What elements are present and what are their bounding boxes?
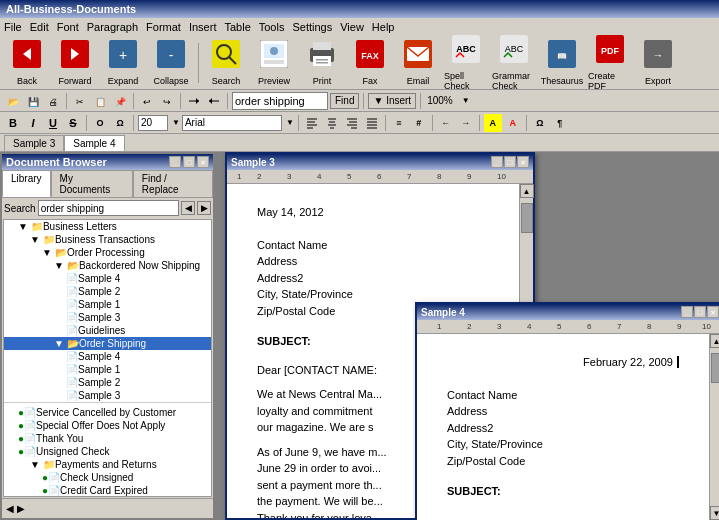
browser-minimize[interactable]: _ [169,156,181,168]
menu-file[interactable]: File [4,21,22,33]
tree-thank-you[interactable]: ● 📄 Thank You [4,432,211,445]
browser-tab-mydocs[interactable]: My Documents [51,170,133,197]
strikethrough-button[interactable]: S [64,114,82,132]
tree-service-cancelled[interactable]: ● 📄 Service Cancelled by Customer [4,406,211,419]
align-right-button[interactable] [343,114,361,132]
export-button[interactable]: → Export [635,39,681,87]
find-button[interactable]: Find [330,93,359,109]
tb2-btn-3[interactable]: 🖨 [44,92,62,110]
menu-insert[interactable]: Insert [189,21,217,33]
special-char-button[interactable]: Ω [531,114,549,132]
tb2-btn-6[interactable]: 📌 [111,92,129,110]
tree-back-s3[interactable]: 📄 Sample 3 [4,311,211,324]
sample4-close[interactable]: × [707,306,719,318]
tree-special-offer[interactable]: ● 📄 Special Offer Does Not Apply [4,419,211,432]
browser-tab-library[interactable]: Library [2,170,51,197]
s4-scroll-down[interactable]: ▼ [710,506,720,520]
browser-maximize[interactable]: □ [183,156,195,168]
tree-payments-returns[interactable]: ▼ 📁 Payments and Returns [4,458,211,471]
sample4-minimize[interactable]: _ [681,306,693,318]
search-button[interactable]: Search [203,39,249,87]
bullet-list-button[interactable]: ≡ [390,114,408,132]
menu-view[interactable]: View [340,21,364,33]
tree-back-s2[interactable]: 📄 Sample 2 [4,285,211,298]
print-button[interactable]: Print [299,39,345,87]
sample3-close[interactable]: × [517,156,529,168]
menu-paragraph[interactable]: Paragraph [87,21,138,33]
fax-button[interactable]: FAX Fax [347,39,393,87]
menu-help[interactable]: Help [372,21,395,33]
tree-back-s4[interactable]: 📄 Sample 4 [4,272,211,285]
pilcrow-button[interactable]: ¶ [551,114,569,132]
tab-sample3[interactable]: Sample 3 [4,135,64,151]
s4-scroll-track[interactable] [710,348,719,506]
tree-back-s1[interactable]: 📄 Sample 1 [4,298,211,311]
tb2-btn-7[interactable]: ↩ [138,92,156,110]
tree-os-s4[interactable]: 📄 Sample 4 [4,350,211,363]
tree-back-guidelines[interactable]: 📄 Guidelines [4,324,211,337]
scroll-up[interactable]: ▲ [520,184,534,198]
font-size-dropdown[interactable]: ▼ [172,118,180,127]
search-input[interactable] [235,95,325,107]
tb2-btn-2[interactable]: 💾 [24,92,42,110]
underline-button[interactable]: U [44,114,62,132]
bold-button[interactable]: B [4,114,22,132]
menu-tools[interactable]: Tools [259,21,285,33]
align-center-button[interactable] [323,114,341,132]
expand-button[interactable]: + Expand [100,39,146,87]
browser-nav-prev[interactable]: ◀ [181,201,195,215]
forward-button[interactable]: Forward [52,39,98,87]
superscript-button[interactable]: O [91,114,109,132]
browser-nav-next[interactable]: ▶ [197,201,211,215]
numbered-list-button[interactable]: # [410,114,428,132]
sample3-maximize[interactable]: □ [504,156,516,168]
scroll-thumb[interactable] [521,203,533,233]
menu-font[interactable]: Font [57,21,79,33]
tree-os-s2[interactable]: 📄 Sample 2 [4,376,211,389]
tb2-btn-5[interactable]: 📋 [91,92,109,110]
tb2-btn-9[interactable] [185,92,203,110]
tree-os-s3[interactable]: 📄 Sample 3 [4,389,211,402]
tree-business-transactions[interactable]: ▼ 📁 Business Transactions [4,233,211,246]
align-justify-button[interactable] [363,114,381,132]
sample3-minimize[interactable]: _ [491,156,503,168]
italic-button[interactable]: I [24,114,42,132]
align-left-button[interactable] [303,114,321,132]
menu-edit[interactable]: Edit [30,21,49,33]
subscript-button[interactable]: Ω [111,114,129,132]
menu-format[interactable]: Format [146,21,181,33]
tree-order-shipping[interactable]: ▼ 📂 Order Shipping [4,337,211,350]
tree-os-s1[interactable]: 📄 Sample 1 [4,363,211,376]
tb2-btn-4[interactable]: ✂ [71,92,89,110]
browser-tab-find[interactable]: Find / Replace [133,170,213,197]
preview-button[interactable]: Preview [251,39,297,87]
sample4-maximize[interactable]: □ [694,306,706,318]
thesaurus-button[interactable]: 📖 Thesaurus [539,39,585,87]
tree-check-unsigned[interactable]: ● 📄 Check Unsigned [4,471,211,484]
tb2-btn-1[interactable]: 📂 [4,92,22,110]
sample4-body[interactable]: February 22, 2009 Contact Name Address A… [417,334,709,520]
collapse-button[interactable]: - Collapse [148,39,194,87]
tree-order-processing[interactable]: ▼ 📂 Order Processing [4,246,211,259]
font-color-button[interactable]: A [504,114,522,132]
insert-button[interactable]: ▼ Insert [368,93,416,109]
grammar-check-button[interactable]: ABC Grammar Check [491,39,537,87]
tree-cc-expired[interactable]: ● 📄 Credit Card Expired [4,484,211,497]
decrease-indent-button[interactable]: ← [437,114,455,132]
s4-scroll-up[interactable]: ▲ [710,334,720,348]
tree-unsigned-check[interactable]: ● 📄 Unsigned Check [4,445,211,458]
s4-scroll-thumb[interactable] [711,353,719,383]
menu-table[interactable]: Table [224,21,250,33]
font-size-input[interactable] [138,115,168,131]
email-button[interactable]: Email [395,39,441,87]
tb2-btn-10[interactable] [205,92,223,110]
font-name-input[interactable] [182,115,282,131]
tab-sample4[interactable]: Sample 4 [64,135,124,151]
back-button[interactable]: Back [4,39,50,87]
tree-backordered[interactable]: ▼ 📂 Backordered Now Shipping [4,259,211,272]
tb2-btn-8[interactable]: ↪ [158,92,176,110]
browser-search-input[interactable] [38,200,179,216]
sample4-vscroll[interactable]: ▲ ▼ [709,334,719,520]
browser-close[interactable]: × [197,156,209,168]
create-pdf-button[interactable]: PDF Create PDF [587,39,633,87]
